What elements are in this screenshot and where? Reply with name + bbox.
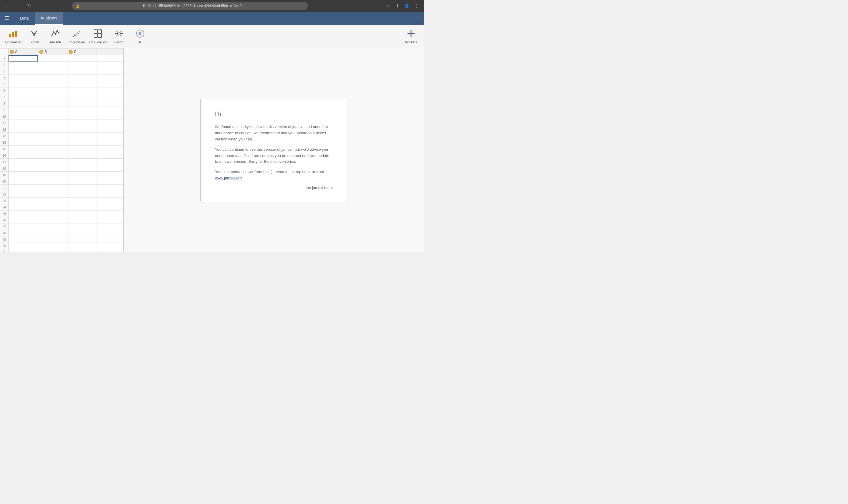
modules-button[interactable]: Modules (400, 26, 422, 47)
cell[interactable] (68, 165, 97, 172)
cell[interactable] (8, 230, 38, 236)
cell[interactable] (38, 61, 68, 68)
cell[interactable] (68, 236, 97, 243)
bookmark-button[interactable]: ☆ (384, 2, 392, 10)
cell[interactable] (97, 184, 124, 191)
cell[interactable] (8, 191, 38, 198)
cell[interactable] (38, 68, 68, 74)
cell[interactable] (68, 159, 97, 165)
menu-button[interactable]: ⋮ (412, 2, 420, 10)
cell[interactable] (68, 139, 97, 146)
tab-analyses[interactable]: Analyses (35, 12, 63, 25)
col-header-D[interactable] (97, 49, 124, 55)
toolbar-anova[interactable]: ANOVA (45, 26, 66, 47)
cell[interactable] (68, 178, 97, 184)
cell[interactable] (8, 120, 38, 126)
cell[interactable] (97, 178, 124, 184)
toolbar-regression[interactable]: Regression (66, 26, 87, 47)
cell[interactable] (8, 101, 38, 107)
toolbar-exploration[interactable]: Exploration (2, 26, 23, 47)
cell[interactable] (97, 236, 124, 243)
app-menu-button[interactable]: ⋮ (412, 14, 422, 23)
cell[interactable] (68, 55, 97, 61)
cell[interactable] (97, 120, 124, 126)
cell[interactable] (68, 101, 97, 107)
cell[interactable] (38, 55, 68, 61)
cell[interactable] (68, 87, 97, 94)
cell[interactable] (38, 249, 68, 252)
cell[interactable] (38, 159, 68, 165)
cell[interactable] (38, 146, 68, 152)
cell[interactable] (97, 223, 124, 230)
refresh-button[interactable]: ↻ (25, 2, 33, 10)
cell[interactable] (8, 198, 38, 204)
cell[interactable] (97, 126, 124, 133)
cell[interactable] (8, 68, 38, 74)
toolbar-factor[interactable]: Factor (108, 26, 129, 47)
cell[interactable] (68, 198, 97, 204)
cell[interactable] (38, 243, 68, 249)
cell[interactable] (97, 243, 124, 249)
cell[interactable] (97, 94, 124, 101)
cell[interactable] (8, 74, 38, 81)
back-button[interactable]: ← (3, 2, 12, 10)
cell[interactable] (38, 223, 68, 230)
cell[interactable] (68, 223, 97, 230)
cell[interactable] (97, 61, 124, 68)
cell[interactable] (38, 236, 68, 243)
cell[interactable] (68, 172, 97, 178)
cell[interactable] (97, 211, 124, 217)
cell[interactable] (38, 74, 68, 81)
cell[interactable] (97, 191, 124, 198)
cell[interactable] (8, 133, 38, 139)
cell[interactable] (97, 81, 124, 87)
cell[interactable] (68, 107, 97, 113)
cell[interactable] (38, 204, 68, 211)
cell[interactable] (97, 101, 124, 107)
cell[interactable] (68, 146, 97, 152)
cell[interactable] (38, 152, 68, 159)
cell[interactable] (8, 61, 38, 68)
col-header-C[interactable]: ⬡ C (68, 49, 97, 55)
cell[interactable] (38, 178, 68, 184)
cell[interactable] (38, 120, 68, 126)
cell[interactable] (97, 159, 124, 165)
cell[interactable] (97, 133, 124, 139)
cell[interactable] (8, 126, 38, 133)
cell[interactable] (68, 152, 97, 159)
cell[interactable] (8, 249, 38, 252)
cell[interactable] (97, 55, 124, 61)
cell[interactable] (68, 81, 97, 87)
cell[interactable] (68, 126, 97, 133)
toolbar-frequencies[interactable]: Frequencies (87, 26, 108, 47)
cell[interactable] (8, 55, 38, 61)
cell[interactable] (68, 68, 97, 74)
tab-data[interactable]: Data (14, 12, 35, 25)
cell[interactable] (8, 211, 38, 217)
toolbar-ttests[interactable]: T-Tests (23, 26, 45, 47)
cell[interactable] (97, 172, 124, 178)
download-button[interactable]: ⬇ (393, 2, 402, 10)
cell[interactable] (68, 133, 97, 139)
cell[interactable] (68, 211, 97, 217)
cell[interactable] (68, 204, 97, 211)
cell[interactable] (97, 152, 124, 159)
cell[interactable] (97, 165, 124, 172)
jamovi-link[interactable]: www.jamovi.org (215, 176, 242, 180)
cell[interactable] (38, 107, 68, 113)
cell[interactable] (8, 217, 38, 223)
cell[interactable] (68, 61, 97, 68)
cell[interactable] (97, 198, 124, 204)
cell[interactable] (68, 184, 97, 191)
cell[interactable] (97, 87, 124, 94)
cell[interactable] (38, 87, 68, 94)
cell[interactable] (38, 81, 68, 87)
cell[interactable] (8, 243, 38, 249)
cell[interactable] (38, 191, 68, 198)
cell[interactable] (8, 113, 38, 120)
profile-button[interactable]: 👤 (403, 2, 411, 10)
cell[interactable] (8, 184, 38, 191)
cell[interactable] (68, 230, 97, 236)
cell[interactable] (68, 94, 97, 101)
cell[interactable] (8, 165, 38, 172)
